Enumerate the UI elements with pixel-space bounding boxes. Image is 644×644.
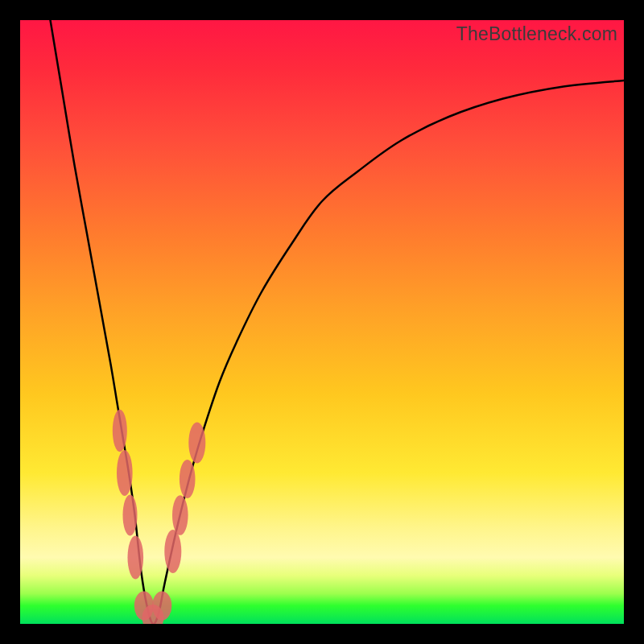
marker-group <box>113 410 206 624</box>
marker-right-cluster <box>172 495 188 535</box>
marker-trough <box>152 592 171 621</box>
chart-frame: TheBottleneck.com <box>0 0 644 644</box>
marker-left-cluster <box>128 536 144 580</box>
marker-left-cluster <box>117 450 133 496</box>
bottleneck-curve <box>51 20 625 624</box>
marker-right-cluster <box>180 460 196 498</box>
plot-area: TheBottleneck.com <box>20 20 624 624</box>
marker-left-cluster <box>113 410 127 452</box>
marker-right-cluster <box>164 530 181 573</box>
chart-overlay <box>20 20 624 624</box>
marker-left-cluster <box>123 495 138 536</box>
marker-right-cluster <box>188 423 205 464</box>
